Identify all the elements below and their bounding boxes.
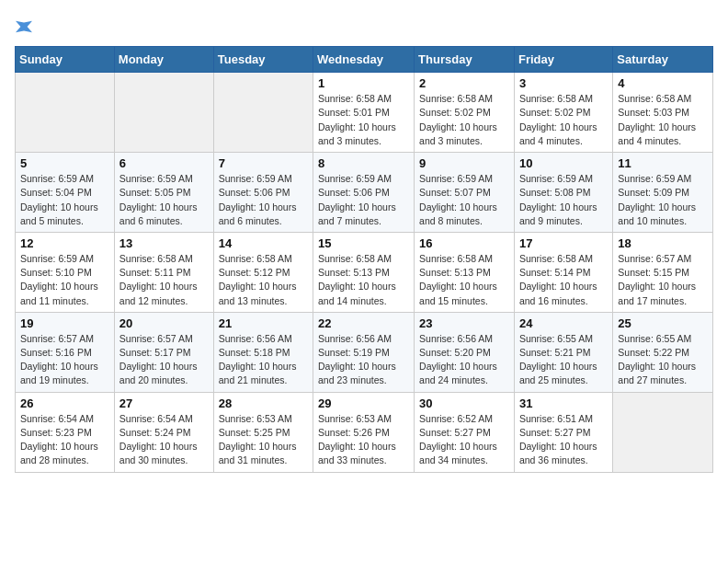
day-info: Sunrise: 6:59 AMSunset: 5:07 PMDaylight:… <box>419 172 509 228</box>
logo-bird-icon <box>16 20 32 33</box>
day-number: 30 <box>419 396 509 410</box>
calendar-week-row: 1Sunrise: 6:58 AMSunset: 5:01 PMDaylight… <box>16 73 713 153</box>
calendar-cell: 29Sunrise: 6:53 AMSunset: 5:26 PMDayligh… <box>313 392 415 472</box>
calendar-week-row: 12Sunrise: 6:59 AMSunset: 5:10 PMDayligh… <box>16 232 713 312</box>
day-info: Sunrise: 6:59 AMSunset: 5:04 PMDaylight:… <box>20 172 109 228</box>
day-number: 5 <box>20 156 109 170</box>
day-number: 26 <box>20 396 109 410</box>
calendar-cell: 1Sunrise: 6:58 AMSunset: 5:01 PMDaylight… <box>313 73 415 153</box>
calendar-cell: 14Sunrise: 6:58 AMSunset: 5:12 PMDayligh… <box>213 232 313 312</box>
calendar-cell: 2Sunrise: 6:58 AMSunset: 5:02 PMDaylight… <box>415 73 515 153</box>
day-number: 9 <box>419 156 509 170</box>
day-info: Sunrise: 6:58 AMSunset: 5:03 PMDaylight:… <box>618 92 708 148</box>
day-info: Sunrise: 6:55 AMSunset: 5:22 PMDaylight:… <box>618 332 708 388</box>
day-info: Sunrise: 6:58 AMSunset: 5:12 PMDaylight:… <box>219 252 308 308</box>
day-number: 7 <box>219 156 308 170</box>
day-info: Sunrise: 6:56 AMSunset: 5:19 PMDaylight:… <box>318 332 409 388</box>
calendar-week-row: 5Sunrise: 6:59 AMSunset: 5:04 PMDaylight… <box>16 153 713 233</box>
day-info: Sunrise: 6:56 AMSunset: 5:20 PMDaylight:… <box>419 332 509 388</box>
calendar-cell: 23Sunrise: 6:56 AMSunset: 5:20 PMDayligh… <box>415 312 515 392</box>
calendar-cell <box>16 73 115 153</box>
day-info: Sunrise: 6:58 AMSunset: 5:11 PMDaylight:… <box>119 252 209 308</box>
calendar-cell: 7Sunrise: 6:59 AMSunset: 5:06 PMDaylight… <box>213 153 313 233</box>
calendar-cell: 28Sunrise: 6:53 AMSunset: 5:25 PMDayligh… <box>213 392 313 472</box>
day-number: 15 <box>318 236 409 250</box>
day-info: Sunrise: 6:58 AMSunset: 5:01 PMDaylight:… <box>318 92 409 148</box>
day-info: Sunrise: 6:58 AMSunset: 5:13 PMDaylight:… <box>318 252 409 308</box>
calendar-cell: 11Sunrise: 6:59 AMSunset: 5:09 PMDayligh… <box>613 153 713 233</box>
calendar-day-header: Monday <box>114 47 213 73</box>
calendar-cell <box>613 392 713 472</box>
calendar-header-row: SundayMondayTuesdayWednesdayThursdayFrid… <box>16 47 713 73</box>
day-info: Sunrise: 6:56 AMSunset: 5:18 PMDaylight:… <box>219 332 308 388</box>
calendar-cell: 13Sunrise: 6:58 AMSunset: 5:11 PMDayligh… <box>114 232 213 312</box>
day-number: 19 <box>20 316 109 330</box>
calendar-table: SundayMondayTuesdayWednesdayThursdayFrid… <box>15 46 713 472</box>
calendar-day-header: Tuesday <box>213 47 313 73</box>
calendar-cell: 27Sunrise: 6:54 AMSunset: 5:24 PMDayligh… <box>114 392 213 472</box>
day-number: 28 <box>219 396 308 410</box>
day-number: 16 <box>419 236 509 250</box>
day-info: Sunrise: 6:53 AMSunset: 5:25 PMDaylight:… <box>219 412 308 468</box>
day-info: Sunrise: 6:59 AMSunset: 5:05 PMDaylight:… <box>119 172 209 228</box>
calendar-cell: 24Sunrise: 6:55 AMSunset: 5:21 PMDayligh… <box>514 312 612 392</box>
day-number: 29 <box>318 396 409 410</box>
calendar-cell: 15Sunrise: 6:58 AMSunset: 5:13 PMDayligh… <box>313 232 415 312</box>
day-number: 23 <box>419 316 509 330</box>
calendar-cell <box>114 73 213 153</box>
calendar-day-header: Friday <box>514 47 612 73</box>
day-info: Sunrise: 6:58 AMSunset: 5:02 PMDaylight:… <box>519 92 608 148</box>
calendar-cell: 16Sunrise: 6:58 AMSunset: 5:13 PMDayligh… <box>415 232 515 312</box>
day-info: Sunrise: 6:53 AMSunset: 5:26 PMDaylight:… <box>318 412 409 468</box>
calendar-cell: 6Sunrise: 6:59 AMSunset: 5:05 PMDaylight… <box>114 153 213 233</box>
day-number: 24 <box>519 316 608 330</box>
day-info: Sunrise: 6:54 AMSunset: 5:24 PMDaylight:… <box>119 412 209 468</box>
day-number: 1 <box>318 76 409 90</box>
day-info: Sunrise: 6:59 AMSunset: 5:09 PMDaylight:… <box>618 172 708 228</box>
calendar-week-row: 26Sunrise: 6:54 AMSunset: 5:23 PMDayligh… <box>16 392 713 472</box>
day-number: 25 <box>618 316 708 330</box>
logo <box>15 15 32 37</box>
day-number: 2 <box>419 76 509 90</box>
calendar-cell: 3Sunrise: 6:58 AMSunset: 5:02 PMDaylight… <box>514 73 612 153</box>
calendar-cell: 5Sunrise: 6:59 AMSunset: 5:04 PMDaylight… <box>16 153 115 233</box>
calendar-cell: 25Sunrise: 6:55 AMSunset: 5:22 PMDayligh… <box>613 312 713 392</box>
day-number: 21 <box>219 316 308 330</box>
day-number: 8 <box>318 156 409 170</box>
day-info: Sunrise: 6:52 AMSunset: 5:27 PMDaylight:… <box>419 412 509 468</box>
calendar-week-row: 19Sunrise: 6:57 AMSunset: 5:16 PMDayligh… <box>16 312 713 392</box>
day-number: 17 <box>519 236 608 250</box>
calendar-cell: 10Sunrise: 6:59 AMSunset: 5:08 PMDayligh… <box>514 153 612 233</box>
day-info: Sunrise: 6:59 AMSunset: 5:06 PMDaylight:… <box>318 172 409 228</box>
day-number: 11 <box>618 156 708 170</box>
day-number: 27 <box>119 396 209 410</box>
day-number: 6 <box>119 156 209 170</box>
day-number: 4 <box>618 76 708 90</box>
calendar-day-header: Saturday <box>613 47 713 73</box>
calendar-day-header: Thursday <box>415 47 515 73</box>
calendar-cell: 17Sunrise: 6:58 AMSunset: 5:14 PMDayligh… <box>514 232 612 312</box>
day-number: 22 <box>318 316 409 330</box>
calendar-cell: 20Sunrise: 6:57 AMSunset: 5:17 PMDayligh… <box>114 312 213 392</box>
calendar-day-header: Wednesday <box>313 47 415 73</box>
calendar-cell: 19Sunrise: 6:57 AMSunset: 5:16 PMDayligh… <box>16 312 115 392</box>
calendar-cell: 21Sunrise: 6:56 AMSunset: 5:18 PMDayligh… <box>213 312 313 392</box>
calendar-cell <box>213 73 313 153</box>
day-info: Sunrise: 6:58 AMSunset: 5:02 PMDaylight:… <box>419 92 509 148</box>
day-number: 20 <box>119 316 209 330</box>
day-number: 13 <box>119 236 209 250</box>
day-info: Sunrise: 6:59 AMSunset: 5:08 PMDaylight:… <box>519 172 608 228</box>
day-info: Sunrise: 6:58 AMSunset: 5:13 PMDaylight:… <box>419 252 509 308</box>
calendar-day-header: Sunday <box>16 47 115 73</box>
day-info: Sunrise: 6:57 AMSunset: 5:15 PMDaylight:… <box>618 252 708 308</box>
day-info: Sunrise: 6:54 AMSunset: 5:23 PMDaylight:… <box>20 412 109 468</box>
day-number: 18 <box>618 236 708 250</box>
calendar-cell: 8Sunrise: 6:59 AMSunset: 5:06 PMDaylight… <box>313 153 415 233</box>
day-info: Sunrise: 6:57 AMSunset: 5:17 PMDaylight:… <box>119 332 209 388</box>
day-info: Sunrise: 6:51 AMSunset: 5:27 PMDaylight:… <box>519 412 608 468</box>
page-header <box>15 15 713 37</box>
calendar-cell: 31Sunrise: 6:51 AMSunset: 5:27 PMDayligh… <box>514 392 612 472</box>
day-info: Sunrise: 6:59 AMSunset: 5:10 PMDaylight:… <box>20 252 109 308</box>
day-info: Sunrise: 6:59 AMSunset: 5:06 PMDaylight:… <box>219 172 308 228</box>
day-number: 12 <box>20 236 109 250</box>
